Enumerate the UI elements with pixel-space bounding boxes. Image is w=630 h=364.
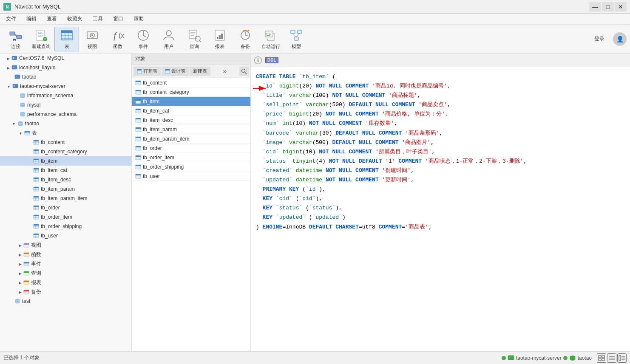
- sidebar-item-taotao-db[interactable]: taotao: [0, 119, 131, 128]
- sidebar-item-tb-content[interactable]: tb_content: [0, 138, 131, 147]
- sidebar-item-centos[interactable]: CentOS7.6_MySQL: [0, 54, 131, 63]
- panel-item-label: tb_content_category: [143, 89, 189, 95]
- minimize-button[interactable]: —: [589, 2, 601, 11]
- panel-item-tb-order[interactable]: tb_order: [132, 144, 250, 153]
- svg-rect-172: [602, 358, 604, 361]
- event-button[interactable]: 事件: [131, 27, 156, 51]
- svg-rect-125: [24, 271, 29, 273]
- sidebar-item-tb-user[interactable]: tb_user: [0, 231, 131, 240]
- svg-rect-59: [14, 86, 14, 87]
- close-button[interactable]: ✕: [615, 2, 627, 11]
- table-icon: [33, 177, 39, 183]
- backup-button[interactable]: 备份: [233, 27, 258, 51]
- panel-toolbar: 打开表 设计表 新建表 »: [132, 65, 250, 78]
- user-button[interactable]: 用户: [156, 27, 181, 51]
- svg-text:f: f: [114, 30, 117, 41]
- sidebar-item-tb-item-param-item[interactable]: tb_item_param_item: [0, 194, 131, 203]
- svg-rect-140: [136, 81, 141, 82]
- sidebar-item-tb-content-cat[interactable]: tb_content_category: [0, 147, 131, 156]
- panel-item-tb-order-item[interactable]: tb_order_item: [132, 153, 250, 162]
- panel-item-tb-item-cat[interactable]: tb_item_cat: [132, 106, 250, 116]
- sidebar-item-events[interactable]: 事件: [0, 259, 131, 268]
- info-icon[interactable]: ℹ: [254, 56, 262, 64]
- auto-run-button[interactable]: 自动运行: [258, 27, 283, 51]
- svg-rect-87: [34, 168, 39, 169]
- menu-tools[interactable]: 工具: [88, 14, 107, 24]
- svg-rect-119: [24, 243, 29, 245]
- svg-point-23: [91, 34, 93, 36]
- menu-window[interactable]: 窗口: [109, 14, 128, 24]
- menu-help[interactable]: 帮助: [129, 14, 148, 24]
- sidebar-item-test[interactable]: test: [0, 296, 131, 306]
- new-table-button[interactable]: 新建表: [190, 67, 210, 76]
- sidebar-item-queries[interactable]: 查询: [0, 268, 131, 278]
- menu-edit[interactable]: 编辑: [22, 14, 41, 24]
- middle-panel: 对象 打开表 设计表 新建表 »: [132, 54, 251, 351]
- connect-button[interactable]: 连接: [3, 27, 28, 51]
- sql-icon[interactable]: DDL: [265, 57, 278, 63]
- view-button[interactable]: 视图: [80, 27, 105, 51]
- panel-item-tb-content[interactable]: tb_content: [132, 78, 250, 87]
- editor-wrapper: CREATE TABLE `tb_item` ( `id` bigint(20)…: [251, 67, 630, 351]
- svg-point-71: [18, 124, 23, 126]
- model-button[interactable]: 模型: [284, 27, 309, 51]
- sidebar-item-taotao-root[interactable]: taotao: [0, 72, 131, 82]
- sidebar-item-functions[interactable]: 函数: [0, 250, 131, 259]
- detail-view-button[interactable]: [617, 353, 627, 363]
- svg-rect-107: [34, 215, 39, 216]
- sidebar-label: tb_content_category: [41, 149, 87, 155]
- panel-item-tb-item[interactable]: tb_item: [132, 97, 250, 106]
- panel-item-tb-user[interactable]: tb_user: [132, 172, 250, 181]
- sidebar-item-tb-item-desc[interactable]: tb_item_desc: [0, 175, 131, 184]
- sidebar-item-tb-order-item[interactable]: tb_order_item: [0, 212, 131, 222]
- design-table-button[interactable]: 设计表: [162, 67, 189, 76]
- panel-item-tb-item-desc[interactable]: tb_item_desc: [132, 116, 250, 125]
- menu-view[interactable]: 查看: [43, 14, 61, 24]
- event-label: 事件: [139, 43, 148, 50]
- maximize-button[interactable]: □: [602, 2, 614, 11]
- panel-item-tb-item-param-item[interactable]: tb_item_param_item: [132, 134, 250, 144]
- sidebar-item-tb-order-shipping[interactable]: tb_order_shipping: [0, 222, 131, 231]
- new-query-button[interactable]: SQL + 新建查询: [29, 27, 54, 51]
- editor-content[interactable]: CREATE TABLE `tb_item` ( `id` bigint(20)…: [251, 67, 630, 237]
- sidebar-item-tables[interactable]: 表: [0, 128, 131, 138]
- svg-rect-176: [619, 356, 621, 361]
- function-button[interactable]: f (x) 函数: [105, 27, 130, 51]
- sidebar-item-localhost[interactable]: localhost_liayun: [0, 63, 131, 72]
- sidebar-item-backups[interactable]: 备份: [0, 287, 131, 296]
- grid-view-button[interactable]: [597, 353, 606, 363]
- sidebar-item-tb-order[interactable]: tb_order: [0, 203, 131, 212]
- search-button[interactable]: [239, 67, 249, 76]
- sidebar-item-reports[interactable]: 报表: [0, 278, 131, 287]
- panel-item-tb-item-param[interactable]: tb_item_param: [132, 125, 250, 134]
- events-folder-icon: [23, 261, 29, 267]
- more-options-icon[interactable]: »: [221, 68, 229, 75]
- sidebar-item-views[interactable]: 视图: [0, 240, 131, 250]
- panel-item-tb-content-cat[interactable]: tb_content_category: [132, 87, 250, 97]
- backup-icon: [238, 28, 252, 42]
- panel-list: tb_content tb_content_category tb_item t…: [132, 78, 250, 351]
- sidebar-item-tb-item[interactable]: tb_item: [0, 156, 131, 166]
- svg-rect-57: [13, 84, 18, 88]
- menu-favorites[interactable]: 收藏夹: [63, 14, 87, 24]
- list-view-button[interactable]: [607, 353, 616, 363]
- login-button[interactable]: 登录: [589, 34, 610, 44]
- open-table-button[interactable]: 打开表: [133, 67, 161, 76]
- sidebar-item-taotao-mycat[interactable]: taotao-mycat-server: [0, 82, 131, 91]
- table-icon: [135, 99, 141, 104]
- model-label: 模型: [292, 43, 301, 50]
- svg-point-62: [20, 96, 25, 98]
- report-button[interactable]: 报表: [207, 27, 232, 51]
- sidebar-item-tb-item-cat[interactable]: tb_item_cat: [0, 166, 131, 175]
- sidebar-item-mysql[interactable]: mysql: [0, 100, 131, 110]
- menu-file[interactable]: 文件: [2, 14, 20, 24]
- svg-marker-41: [248, 29, 250, 32]
- table-button[interactable]: 表: [54, 27, 79, 51]
- query-btn-button[interactable]: 查询: [182, 27, 207, 51]
- sidebar-item-perf-schema[interactable]: performance_schema: [0, 110, 131, 119]
- sidebar-item-info-schema[interactable]: information_schema: [0, 91, 131, 100]
- sidebar-item-tb-item-param[interactable]: tb_item_param: [0, 184, 131, 194]
- panel-item-tb-order-shipping[interactable]: tb_order_shipping: [132, 162, 250, 172]
- server-icon: [11, 55, 17, 61]
- query-btn-icon: [187, 28, 201, 42]
